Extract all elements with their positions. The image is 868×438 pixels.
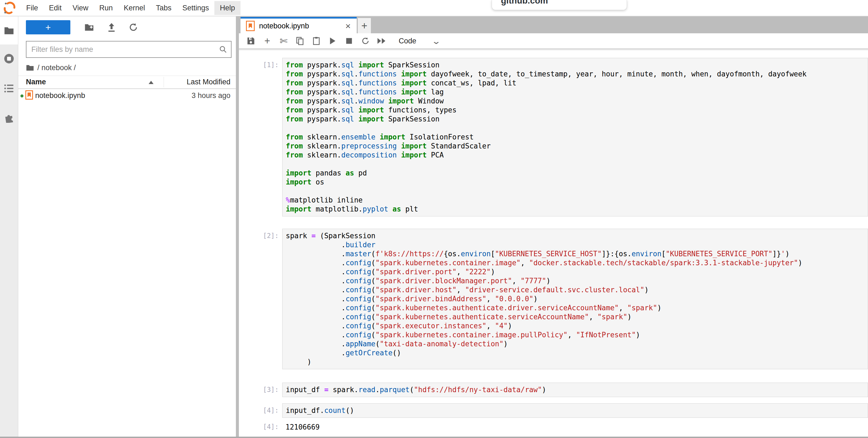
menu-item-run[interactable]: Run — [94, 1, 118, 15]
code-line: .config("spark.kubernetes.container.imag… — [286, 258, 868, 267]
file-browser-folder-icon[interactable] — [4, 25, 14, 36]
github-popup: github.com — [492, 0, 627, 10]
cell-output-prompt: [4]: — [239, 423, 279, 431]
code-line: from pyspark.sql.functions import concat… — [286, 79, 868, 88]
menu-item-help[interactable]: Help — [214, 1, 241, 15]
jupyterhub-logo-icon — [3, 2, 16, 14]
restart-kernel-icon[interactable] — [360, 35, 371, 47]
breadcrumb[interactable]: / notebook / — [26, 59, 76, 76]
menu-item-settings[interactable]: Settings — [177, 1, 215, 15]
code-line — [286, 187, 868, 196]
home-folder-icon[interactable] — [26, 64, 34, 71]
filter-files-box — [26, 41, 231, 58]
code-line: .config("spark.executor.instances", "4") — [286, 321, 868, 330]
code-line: .config("spark.driver.host", "driver-ser… — [286, 286, 868, 294]
filter-files-input[interactable] — [27, 45, 219, 54]
code-line: .config("spark.kubernetes.container.imag… — [286, 330, 868, 340]
code-line: .builder — [286, 240, 868, 250]
code-line: .config("spark.driver.blockManager.port"… — [286, 276, 868, 286]
new-tab-button[interactable]: + — [358, 18, 371, 33]
code-line: %matplotlib inline — [286, 196, 868, 205]
code-line: import matplotlib.pyplot as plt — [286, 205, 868, 214]
cell-input-prompt: [4]: — [239, 407, 279, 414]
status-bar-edge — [0, 437, 868, 438]
menu-item-file[interactable]: File — [21, 1, 43, 15]
code-line — [286, 159, 868, 169]
code-line: input_df = spark.read.parquet("hdfs://hd… — [286, 385, 868, 395]
code-line: input_df.count() — [286, 406, 868, 415]
code-line: import pandas as pd — [286, 169, 868, 178]
code-line: .config("spark.driver.bindAddress", "0.0… — [286, 294, 868, 303]
code-line: spark = (SparkSession — [286, 231, 868, 240]
menu-bar: File Edit View Run Kernel Tabs Settings … — [0, 0, 868, 17]
code-line: from sklearn.preprocessing import Standa… — [286, 142, 868, 151]
code-line: from pyspark.sql.window import Window — [286, 97, 868, 106]
code-line: from sklearn.ensemble import IsolationFo… — [286, 133, 868, 142]
menu-item-kernel[interactable]: Kernel — [118, 1, 151, 15]
file-last-modified: 3 hours ago — [18, 91, 230, 100]
table-of-contents-icon[interactable] — [4, 83, 14, 94]
menu-item-edit[interactable]: Edit — [43, 1, 67, 15]
cell-input-prompt: [1]: — [239, 61, 279, 69]
tab-notebook[interactable]: notebook.ipynb × — [241, 17, 357, 33]
cell-input-prompt: [2]: — [239, 232, 279, 240]
breadcrumb-path: / notebook / — [37, 64, 76, 72]
cell-editor[interactable]: spark = (SparkSession .builder .master(f… — [282, 229, 868, 369]
new-launcher-button[interactable]: + — [26, 20, 70, 34]
notebook-toolbar: + ✄ Code ⌄ — [239, 33, 868, 49]
activity-bar — [0, 16, 18, 438]
file-list-item[interactable]: notebook.ipynb 3 hours ago — [18, 89, 236, 103]
code-line: from pyspark.sql.functions import lag — [286, 88, 868, 97]
code-line: .master(f'k8s://https://{os.environ["KUB… — [286, 250, 868, 258]
restart-run-all-icon[interactable] — [376, 35, 388, 47]
refresh-icon[interactable] — [128, 22, 139, 33]
cut-icon[interactable]: ✄ — [278, 35, 289, 47]
code-line: from pyspark.sql import SparkSession — [286, 115, 868, 124]
menu-item-view[interactable]: View — [67, 1, 94, 15]
cell-editor[interactable]: from pyspark.sql import SparkSessionfrom… — [282, 58, 868, 216]
cell-input-prompt: [3]: — [239, 386, 279, 393]
paste-icon[interactable] — [310, 35, 322, 47]
extensions-puzzle-icon[interactable] — [4, 112, 14, 123]
code-line: .config("spark.kubernetes.authenticate.s… — [286, 313, 868, 321]
stop-icon[interactable] — [343, 35, 355, 47]
github-popup-text: github.com — [501, 0, 627, 6]
upload-icon[interactable] — [106, 22, 117, 33]
column-header-last-modified[interactable]: Last Modified — [18, 78, 230, 86]
tab-close-icon[interactable]: × — [345, 21, 351, 31]
code-line: .appName("taxi-data-anomaly-detection") — [286, 340, 868, 349]
copy-icon[interactable] — [294, 35, 306, 47]
chevron-down-icon[interactable]: ⌄ — [431, 36, 441, 46]
code-line: from pyspark.sql import functions, types — [286, 106, 868, 115]
add-cell-icon[interactable]: + — [261, 35, 273, 47]
cell-editor[interactable]: input_df.count() — [282, 403, 868, 418]
tab-label: notebook.ipynb — [259, 22, 345, 30]
save-icon[interactable] — [245, 35, 257, 47]
notebook-panel: [1]:from pyspark.sql import SparkSession… — [239, 51, 868, 437]
menu-item-tabs[interactable]: Tabs — [151, 1, 177, 15]
code-line: from pyspark.sql import SparkSession — [286, 61, 868, 69]
file-browser-panel: + / notebook / Name Last Modified notebo… — [18, 16, 236, 438]
search-icon — [219, 45, 227, 54]
run-icon[interactable] — [327, 35, 339, 47]
dock-tab-bar: notebook.ipynb × + — [239, 16, 868, 33]
running-kernels-icon[interactable] — [4, 54, 14, 64]
code-line: .config("spark.kubernetes.authenticate.d… — [286, 303, 868, 313]
code-line: from pyspark.sql.functions import dayofw… — [286, 69, 868, 79]
cell-type-dropdown[interactable]: Code — [399, 37, 416, 45]
cell-output-value: 12106669 — [285, 423, 319, 431]
cell-editor[interactable]: input_df = spark.read.parquet("hdfs://hd… — [282, 383, 868, 397]
code-line: from sklearn.decomposition import PCA — [286, 151, 868, 159]
code-line: import os — [286, 178, 868, 187]
new-folder-icon[interactable] — [84, 22, 95, 33]
panel-divider[interactable] — [236, 16, 239, 438]
toolbar-shadow — [239, 49, 868, 51]
code-line — [286, 124, 868, 133]
code-line: .getOrCreate() — [286, 349, 868, 357]
notebook-tab-icon — [246, 21, 255, 31]
code-line: .config("spark.driver.port", "2222") — [286, 267, 868, 276]
code-line: ) — [286, 357, 868, 367]
